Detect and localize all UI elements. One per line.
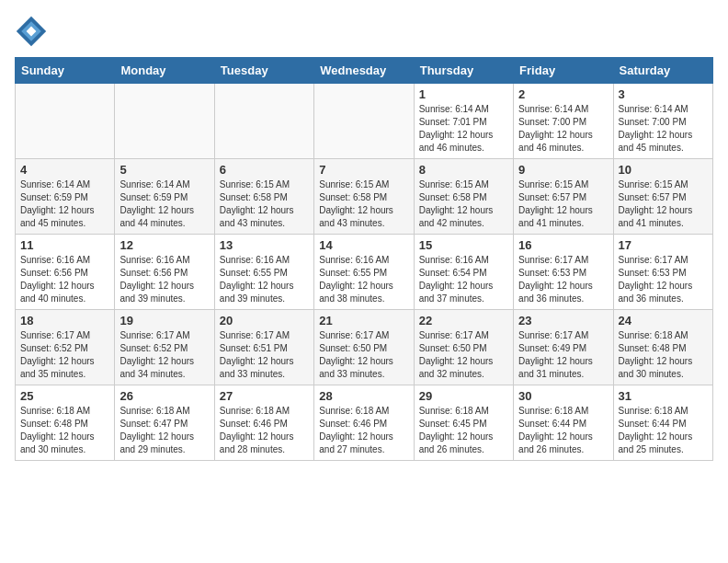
- day-info: Sunrise: 6:15 AMSunset: 6:58 PMDaylight:…: [419, 178, 508, 230]
- calendar-week-row: 18Sunrise: 6:17 AMSunset: 6:52 PMDayligh…: [16, 310, 713, 385]
- day-info: Sunrise: 6:14 AMSunset: 6:59 PMDaylight:…: [20, 178, 109, 230]
- day-number: 27: [220, 389, 309, 403]
- day-number: 31: [619, 389, 708, 403]
- day-number: 4: [20, 163, 109, 177]
- day-info: Sunrise: 6:16 AMSunset: 6:54 PMDaylight:…: [419, 254, 508, 305]
- day-number: 2: [518, 87, 608, 101]
- day-number: 16: [518, 238, 608, 252]
- day-number: 13: [220, 238, 309, 252]
- day-info: Sunrise: 6:14 AMSunset: 7:00 PMDaylight:…: [518, 103, 608, 155]
- calendar-week-row: 4Sunrise: 6:14 AMSunset: 6:59 PMDaylight…: [16, 159, 713, 235]
- day-number: 18: [20, 314, 109, 327]
- day-info: Sunrise: 6:15 AMSunset: 6:58 PMDaylight:…: [319, 178, 408, 230]
- calendar-cell: 24Sunrise: 6:18 AMSunset: 6:48 PMDayligh…: [613, 310, 712, 385]
- day-number: 28: [319, 389, 408, 403]
- day-number: 26: [119, 389, 209, 403]
- day-info: Sunrise: 6:14 AMSunset: 7:01 PMDaylight:…: [419, 103, 508, 155]
- day-number: 29: [419, 389, 508, 403]
- day-number: 30: [518, 389, 608, 403]
- calendar-cell: 4Sunrise: 6:14 AMSunset: 6:59 PMDaylight…: [16, 159, 115, 235]
- day-number: 1: [419, 87, 508, 101]
- day-info: Sunrise: 6:15 AMSunset: 6:57 PMDaylight:…: [518, 178, 608, 230]
- calendar-cell: 17Sunrise: 6:17 AMSunset: 6:53 PMDayligh…: [613, 235, 712, 310]
- calendar-cell: 14Sunrise: 6:16 AMSunset: 6:55 PMDayligh…: [314, 235, 414, 310]
- calendar-cell: 13Sunrise: 6:16 AMSunset: 6:55 PMDayligh…: [214, 235, 313, 310]
- day-number: 3: [619, 87, 708, 101]
- day-info: Sunrise: 6:16 AMSunset: 6:55 PMDaylight:…: [319, 254, 408, 305]
- calendar-cell: 8Sunrise: 6:15 AMSunset: 6:58 PMDaylight…: [414, 159, 513, 235]
- day-number: 14: [319, 238, 408, 252]
- day-info: Sunrise: 6:18 AMSunset: 6:44 PMDaylight:…: [619, 405, 708, 456]
- day-number: 15: [419, 238, 508, 252]
- calendar-cell: 23Sunrise: 6:17 AMSunset: 6:49 PMDayligh…: [514, 310, 613, 385]
- calendar-cell: 21Sunrise: 6:17 AMSunset: 6:50 PMDayligh…: [314, 310, 414, 385]
- calendar-cell: 12Sunrise: 6:16 AMSunset: 6:56 PMDayligh…: [115, 235, 214, 310]
- day-info: Sunrise: 6:18 AMSunset: 6:48 PMDaylight:…: [20, 405, 109, 456]
- day-info: Sunrise: 6:18 AMSunset: 6:48 PMDaylight:…: [619, 329, 708, 381]
- calendar-week-row: 11Sunrise: 6:16 AMSunset: 6:56 PMDayligh…: [16, 235, 713, 310]
- calendar-cell: 27Sunrise: 6:18 AMSunset: 6:46 PMDayligh…: [214, 385, 313, 461]
- header: [15, 15, 713, 48]
- day-info: Sunrise: 6:14 AMSunset: 7:00 PMDaylight:…: [619, 103, 708, 155]
- calendar-cell: 1Sunrise: 6:14 AMSunset: 7:01 PMDaylight…: [414, 84, 513, 159]
- day-info: Sunrise: 6:16 AMSunset: 6:56 PMDaylight:…: [119, 254, 209, 305]
- day-number: 17: [619, 238, 708, 252]
- day-number: 8: [419, 163, 508, 177]
- day-info: Sunrise: 6:15 AMSunset: 6:57 PMDaylight:…: [619, 178, 708, 230]
- day-number: 24: [619, 314, 708, 327]
- day-info: Sunrise: 6:14 AMSunset: 6:59 PMDaylight:…: [119, 178, 209, 230]
- calendar-cell: 6Sunrise: 6:15 AMSunset: 6:58 PMDaylight…: [214, 159, 313, 235]
- calendar-cell: 18Sunrise: 6:17 AMSunset: 6:52 PMDayligh…: [16, 310, 115, 385]
- calendar-cell: 31Sunrise: 6:18 AMSunset: 6:44 PMDayligh…: [613, 385, 712, 461]
- calendar-cell: 25Sunrise: 6:18 AMSunset: 6:48 PMDayligh…: [16, 385, 115, 461]
- calendar-cell: 5Sunrise: 6:14 AMSunset: 6:59 PMDaylight…: [115, 159, 214, 235]
- calendar-cell: 19Sunrise: 6:17 AMSunset: 6:52 PMDayligh…: [115, 310, 214, 385]
- day-info: Sunrise: 6:17 AMSunset: 6:51 PMDaylight:…: [220, 329, 309, 381]
- weekday-header-sunday: Sunday: [16, 58, 115, 84]
- day-info: Sunrise: 6:17 AMSunset: 6:49 PMDaylight:…: [518, 329, 608, 381]
- weekday-header-saturday: Saturday: [613, 58, 712, 84]
- day-number: 6: [220, 163, 309, 177]
- day-info: Sunrise: 6:16 AMSunset: 6:56 PMDaylight:…: [20, 254, 109, 305]
- day-info: Sunrise: 6:18 AMSunset: 6:47 PMDaylight:…: [119, 405, 209, 456]
- day-number: 12: [119, 238, 209, 252]
- calendar-cell: 7Sunrise: 6:15 AMSunset: 6:58 PMDaylight…: [314, 159, 414, 235]
- day-number: 20: [220, 314, 309, 327]
- weekday-header-monday: Monday: [115, 58, 214, 84]
- calendar-cell: [214, 84, 313, 159]
- weekday-header-row: SundayMondayTuesdayWednesdayThursdayFrid…: [16, 58, 713, 84]
- day-info: Sunrise: 6:17 AMSunset: 6:52 PMDaylight:…: [119, 329, 209, 381]
- day-number: 7: [319, 163, 408, 177]
- day-number: 25: [20, 389, 109, 403]
- day-number: 23: [518, 314, 608, 327]
- calendar-week-row: 25Sunrise: 6:18 AMSunset: 6:48 PMDayligh…: [16, 385, 713, 461]
- day-info: Sunrise: 6:18 AMSunset: 6:45 PMDaylight:…: [419, 405, 508, 456]
- calendar-cell: 20Sunrise: 6:17 AMSunset: 6:51 PMDayligh…: [214, 310, 313, 385]
- day-number: 11: [20, 238, 109, 252]
- day-info: Sunrise: 6:17 AMSunset: 6:52 PMDaylight:…: [20, 329, 109, 381]
- calendar-cell: 9Sunrise: 6:15 AMSunset: 6:57 PMDaylight…: [514, 159, 613, 235]
- calendar-cell: 3Sunrise: 6:14 AMSunset: 7:00 PMDaylight…: [613, 84, 712, 159]
- calendar-cell: [16, 84, 115, 159]
- calendar-cell: 29Sunrise: 6:18 AMSunset: 6:45 PMDayligh…: [414, 385, 513, 461]
- calendar-cell: 2Sunrise: 6:14 AMSunset: 7:00 PMDaylight…: [514, 84, 613, 159]
- calendar-cell: 11Sunrise: 6:16 AMSunset: 6:56 PMDayligh…: [16, 235, 115, 310]
- day-info: Sunrise: 6:17 AMSunset: 6:50 PMDaylight:…: [319, 329, 408, 381]
- calendar-week-row: 1Sunrise: 6:14 AMSunset: 7:01 PMDaylight…: [16, 84, 713, 159]
- logo: [15, 15, 51, 48]
- logo-icon: [15, 15, 48, 48]
- calendar-cell: 26Sunrise: 6:18 AMSunset: 6:47 PMDayligh…: [115, 385, 214, 461]
- calendar-cell: [314, 84, 414, 159]
- calendar-table: SundayMondayTuesdayWednesdayThursdayFrid…: [15, 57, 713, 461]
- calendar-cell: 16Sunrise: 6:17 AMSunset: 6:53 PMDayligh…: [514, 235, 613, 310]
- day-info: Sunrise: 6:18 AMSunset: 6:46 PMDaylight:…: [220, 405, 309, 456]
- day-info: Sunrise: 6:18 AMSunset: 6:44 PMDaylight:…: [518, 405, 608, 456]
- calendar-cell: 15Sunrise: 6:16 AMSunset: 6:54 PMDayligh…: [414, 235, 513, 310]
- weekday-header-wednesday: Wednesday: [314, 58, 414, 84]
- day-number: 5: [119, 163, 209, 177]
- calendar-cell: 22Sunrise: 6:17 AMSunset: 6:50 PMDayligh…: [414, 310, 513, 385]
- calendar-cell: 10Sunrise: 6:15 AMSunset: 6:57 PMDayligh…: [613, 159, 712, 235]
- weekday-header-friday: Friday: [514, 58, 613, 84]
- calendar-cell: 30Sunrise: 6:18 AMSunset: 6:44 PMDayligh…: [514, 385, 613, 461]
- day-number: 19: [119, 314, 209, 327]
